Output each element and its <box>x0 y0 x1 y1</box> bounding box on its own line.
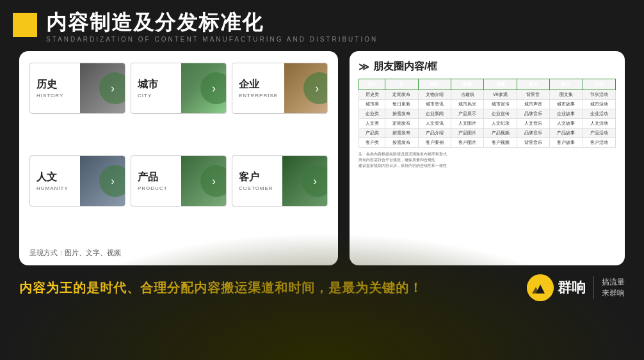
logo-divider <box>593 276 595 299</box>
main-title: 内容制造及分发标准化 <box>46 12 378 34</box>
history-label-cn: 历史 <box>36 78 74 91</box>
table-cell: 企业新闻 <box>418 109 451 119</box>
table-row: 企业类按需发布企业新闻产品展示企业宣传品牌音乐企业故事企业活动 <box>359 109 616 119</box>
history-image: › <box>80 63 125 113</box>
table-col-video: 视频 <box>484 79 517 90</box>
header-text-group: 内容制造及分发标准化 STANDARDIZATION OF CONTENT MA… <box>46 12 378 43</box>
table-cell: 客户案例 <box>418 138 451 148</box>
table-cell: 企业宣传 <box>484 109 517 119</box>
table-cell: 每日更新 <box>385 100 418 109</box>
table-cell: VR参观 <box>484 90 517 100</box>
table-cell: 产品图片 <box>451 129 483 138</box>
table-note-2: 所有内容需符合平台规范，确保质量和合规性 <box>358 157 616 163</box>
table-cell: 企业类 <box>359 109 385 119</box>
table-cell: 品牌音乐 <box>517 109 549 119</box>
table-cell: 定期发布 <box>385 119 418 129</box>
table-cell: 按需发布 <box>385 138 418 148</box>
product-arrow-icon: › <box>212 175 216 188</box>
humanity-label-cn: 人文 <box>36 171 74 184</box>
table-body: 历史类定期发布文物介绍古建筑VR参观背景音图文集节庆活动城市类每日更新城市资讯城… <box>359 90 616 148</box>
table-cell: 人文活动 <box>583 119 615 129</box>
table-cell: 节庆活动 <box>583 90 615 100</box>
bottom-section: 内容为王的是时代、合理分配内容搬运渠道和时间，是最为关键的！ 群响 搞流量 来群… <box>0 265 644 308</box>
table-cell: 品牌音乐 <box>517 129 549 138</box>
table-cell: 人文纪录 <box>484 119 517 129</box>
grid-item-text-customer: 客户 CUSTOMER <box>232 166 282 196</box>
grid-item-text-product: 产品 PRODUCT <box>131 166 181 196</box>
humanity-arrow-icon: › <box>111 175 115 188</box>
content-grid: 历史 HISTORY › 城市 CITY › <box>29 63 328 243</box>
table-cell: 客户视频 <box>484 138 517 148</box>
table-cell: 城市资讯 <box>418 100 451 109</box>
table-cell: 产品故事 <box>550 129 583 138</box>
table-cell: 产品展示 <box>451 109 483 119</box>
grid-item-city: 城市 CITY › <box>131 63 227 114</box>
table-cell: 城市风光 <box>451 100 483 109</box>
table-col-image: 配图 <box>451 79 483 90</box>
table-header-row: 类别 多 纯文 配图 视频 音乐 图文 活动 <box>359 79 616 90</box>
bottom-tagline: 内容为王的是时代、合理分配内容搬运渠道和时间，是最为关键的！ <box>19 279 423 297</box>
table-cell: 客户故事 <box>550 138 583 148</box>
table-note-1: 注：各类内容根据实际情况灵活调整发布频率和形式 <box>358 152 616 157</box>
table-col-frequency: 多 <box>385 79 418 90</box>
product-label-cn: 产品 <box>138 171 175 184</box>
table-cell: 图文集 <box>550 90 583 100</box>
enterprise-label-en: ENTERPRISE <box>239 93 278 98</box>
grid-item-text-humanity: 人文 HUMANITY <box>30 166 80 196</box>
logo-sub-line2: 来群响 <box>602 288 625 299</box>
card-footer: 呈现方式：图片、文字、视频 <box>29 248 328 258</box>
table-cell: 古建筑 <box>451 90 483 100</box>
table-cell: 城市活动 <box>583 100 615 109</box>
table-notes: 注：各类内容根据实际情况灵活调整发布频率和形式 所有内容需符合平台规范，确保质量… <box>358 152 616 169</box>
table-row: 城市类每日更新城市资讯城市风光城市宣传城市声音城市故事城市活动 <box>359 100 616 109</box>
table-note-3: 建议提前规划内容日历，保持内容的连续性和一致性 <box>358 163 616 169</box>
table-row: 产品类按需发布产品介绍产品图片产品视频品牌音乐产品故事产品活动 <box>359 129 616 138</box>
logo-area: 群响 搞流量 来群响 <box>527 274 625 301</box>
table-cell: 背景音乐 <box>517 138 549 148</box>
table-cell: 客户活动 <box>583 138 615 148</box>
grid-item-humanity: 人文 HUMANITY › <box>29 155 125 207</box>
table-cell: 文物介绍 <box>418 90 451 100</box>
table-col-music: 音乐 <box>517 79 549 90</box>
table-cell: 人文类 <box>359 119 385 129</box>
product-image: › <box>181 156 226 206</box>
city-arrow-icon: › <box>212 82 216 95</box>
city-label-en: CITY <box>138 93 175 98</box>
history-arrow-icon: › <box>111 82 115 95</box>
table-cell: 按需发布 <box>385 109 418 119</box>
humanity-image: › <box>80 156 125 206</box>
content-table: 类别 多 纯文 配图 视频 音乐 图文 活动 历史类定期发布文物介绍古建筑VR参… <box>358 79 616 148</box>
grid-item-product: 产品 PRODUCT › <box>131 155 227 207</box>
table-cell: 企业活动 <box>583 109 615 119</box>
grid-item-customer: 客户 CUSTOMER › <box>232 155 328 207</box>
enterprise-image: › <box>284 63 328 113</box>
content-area: 历史 HISTORY › 城市 CITY › <box>0 48 644 265</box>
grid-item-text-enterprise: 企业 ENTERPRISE <box>232 73 284 104</box>
table-cell: 客户图片 <box>451 138 483 148</box>
right-card-title: 朋友圈内容/框 <box>373 60 437 74</box>
table-col-event: 活动 <box>583 79 615 90</box>
logo-sub-group: 搞流量 来群响 <box>602 277 625 299</box>
table-cell: 城市类 <box>359 100 385 109</box>
city-circle: › <box>200 72 226 104</box>
table-row: 人文类定期发布人文资讯人文图片人文纪录人文音乐人文故事人文活动 <box>359 119 616 129</box>
enterprise-arrow-icon: › <box>315 82 319 95</box>
enterprise-circle: › <box>303 72 328 104</box>
table-cell: 人文资讯 <box>418 119 451 129</box>
history-label-en: HISTORY <box>36 93 74 98</box>
history-circle: › <box>99 72 125 104</box>
header: 内容制造及分发标准化 STANDARDIZATION OF CONTENT MA… <box>0 0 644 48</box>
customer-arrow-icon: › <box>313 175 317 188</box>
table-cell: 人文图片 <box>451 119 483 129</box>
city-label-cn: 城市 <box>138 78 175 91</box>
table-cell: 按需发布 <box>385 129 418 138</box>
table-cell: 产品介绍 <box>418 129 451 138</box>
double-arrow-icon: ≫ <box>358 61 369 73</box>
logo-sub-line1: 搞流量 <box>602 277 625 288</box>
table-cell: 背景音 <box>517 90 549 100</box>
sub-title: STANDARDIZATION OF CONTENT MANUFACTURING… <box>46 36 378 43</box>
table-cell: 定期发布 <box>385 90 418 100</box>
humanity-label-en: HUMANITY <box>36 185 74 191</box>
table-row: 历史类定期发布文物介绍古建筑VR参观背景音图文集节庆活动 <box>359 90 616 100</box>
product-label-en: PRODUCT <box>138 185 175 191</box>
